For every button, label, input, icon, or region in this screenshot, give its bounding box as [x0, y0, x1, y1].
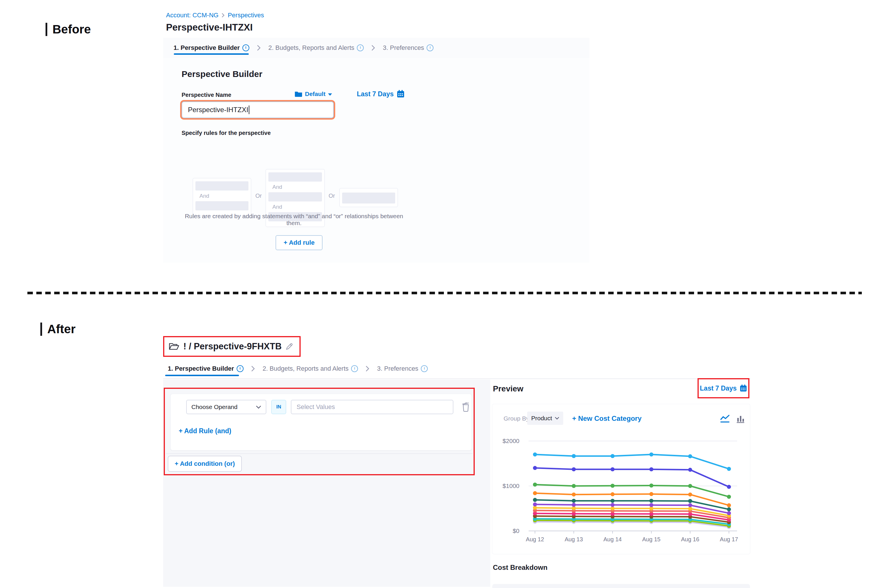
before-date-range-picker[interactable]: Last 7 Days	[357, 90, 405, 98]
after-label-text: After	[47, 322, 75, 336]
after-perspective-title[interactable]: ! / Perspective-9FHXTB	[183, 341, 282, 352]
svg-text:Aug 14: Aug 14	[604, 536, 622, 543]
perspective-name-input[interactable]: Perspective-IHTZXI	[182, 102, 334, 118]
date-range-value: Last 7 Days	[700, 384, 737, 392]
before-after-divider	[27, 292, 862, 294]
line-chart-icon[interactable]	[720, 414, 730, 423]
wizard-tabbar: 1. Perspective Builder 2. Budgets, Repor…	[163, 38, 590, 58]
tab-preferences[interactable]: 3. Preferences	[377, 365, 428, 372]
tab-label: 2. Budgets, Reports and Alerts	[262, 365, 348, 372]
or-label: Or	[255, 192, 262, 199]
tab-perspective-builder[interactable]: 1. Perspective Builder	[174, 44, 249, 52]
after-title-annotation-box: ! / Perspective-9FHXTB	[163, 336, 301, 357]
chart-type-toggle	[720, 414, 745, 423]
add-rule-and-link[interactable]: + Add Rule (and)	[179, 427, 231, 435]
preview-heading: Preview	[493, 384, 524, 393]
group-by-label: Group By	[504, 415, 529, 422]
group-by-value: Product	[531, 415, 552, 422]
tab-budgets-reports-alerts[interactable]: 2. Budgets, Reports and Alerts	[268, 44, 364, 52]
svg-text:Aug 17: Aug 17	[720, 536, 738, 543]
svg-text:Aug 16: Aug 16	[681, 536, 699, 543]
after-wizard-tabbar: 1. Perspective Builder 2. Budgets, Repor…	[163, 359, 751, 379]
new-cost-category-link[interactable]: + New Cost Category	[572, 414, 642, 423]
before-section-label: Before	[45, 22, 91, 36]
delete-rule-trash-icon[interactable]	[461, 402, 470, 412]
breadcrumb-account-link[interactable]: Account: CCM-NG	[166, 12, 219, 19]
calendar-icon	[397, 90, 405, 98]
svg-text:$0: $0	[513, 528, 519, 534]
info-icon[interactable]	[242, 44, 249, 51]
tab-label: 2. Budgets, Reports and Alerts	[268, 44, 354, 52]
builder-heading: Perspective Builder	[182, 69, 262, 79]
calendar-icon	[740, 384, 747, 392]
after-date-range-picker[interactable]: Last 7 Days	[700, 384, 747, 392]
chevron-right-icon	[251, 366, 255, 372]
placeholder-bar	[268, 172, 322, 182]
active-tab-underline	[165, 375, 239, 376]
info-icon[interactable]	[421, 365, 428, 372]
after-section-label: After	[40, 322, 75, 336]
chevron-right-icon	[371, 45, 375, 51]
date-range-value: Last 7 Days	[357, 90, 394, 98]
caret-down-icon	[328, 93, 332, 96]
active-tab-underline	[174, 53, 249, 55]
chevron-down-icon	[256, 405, 261, 409]
breadcrumb-perspectives-link[interactable]: Perspectives	[228, 12, 264, 19]
rules-heading: Specify rules for the perspective	[182, 130, 271, 136]
tab-label: 3. Preferences	[383, 44, 424, 52]
placeholder-bar	[268, 192, 322, 201]
chevron-right-icon	[366, 366, 369, 372]
rules-divider	[166, 453, 473, 454]
tab-label: 3. Preferences	[377, 365, 418, 372]
svg-text:Aug 12: Aug 12	[526, 536, 544, 543]
tab-perspective-builder[interactable]: 1. Perspective Builder	[168, 365, 243, 372]
placeholder-bar	[195, 181, 249, 190]
info-icon[interactable]	[427, 44, 434, 51]
info-icon[interactable]	[237, 365, 243, 372]
placeholder-bar	[195, 201, 249, 210]
placeholder-bar	[342, 192, 395, 204]
folder-selector[interactable]: Default	[295, 90, 332, 98]
text-caret	[249, 105, 249, 114]
and-label: And	[195, 191, 249, 201]
and-label: And	[268, 182, 322, 192]
date-range-annotation-box: Last 7 Days	[698, 378, 749, 398]
add-condition-or-button[interactable]: + Add condition (or)	[168, 456, 242, 472]
tab-label: 1. Perspective Builder	[174, 44, 240, 52]
select-values-input[interactable]	[291, 400, 453, 414]
before-label-text: Before	[52, 22, 91, 36]
info-icon[interactable]	[351, 365, 358, 372]
label-bar	[40, 322, 42, 336]
operator-chip[interactable]: IN	[271, 400, 286, 414]
tab-budgets-reports-alerts[interactable]: 2. Budgets, Reports and Alerts	[262, 365, 358, 372]
rules-placeholder-card: And	[192, 178, 251, 216]
edit-pencil-icon[interactable]	[286, 343, 293, 350]
info-icon[interactable]	[357, 44, 364, 51]
operand-select-value: Choose Operand	[191, 404, 237, 411]
bar-chart-icon[interactable]	[736, 414, 745, 423]
rules-placeholder-card	[339, 188, 398, 207]
breadcrumb: Account: CCM-NG Perspectives	[166, 12, 264, 19]
or-label: Or	[328, 192, 335, 199]
folder-open-icon	[169, 342, 179, 351]
preview-line-chart: $0$1000$2000Aug 12Aug 13Aug 14Aug 15Aug …	[499, 432, 747, 548]
group-by-select[interactable]: Product	[527, 412, 563, 425]
breadcrumb-separator-icon	[221, 13, 225, 18]
perspective-name-input-value: Perspective-IHTZXI	[188, 106, 248, 114]
svg-text:$2000: $2000	[502, 438, 519, 444]
perspective-name-label: Perspective Name	[182, 92, 231, 98]
svg-text:$1000: $1000	[502, 483, 519, 489]
svg-text:Aug 13: Aug 13	[565, 536, 583, 543]
chevron-down-icon	[555, 417, 559, 420]
chevron-right-icon	[257, 45, 261, 51]
and-label: And	[268, 202, 322, 212]
rules-hint-text: Rules are created by adding statements w…	[179, 213, 409, 226]
operand-select[interactable]: Choose Operand	[186, 400, 266, 414]
cost-breakdown-card-top	[492, 584, 750, 588]
cost-breakdown-heading: Cost Breakdown	[493, 564, 548, 572]
tab-label: 1. Perspective Builder	[168, 365, 234, 372]
page-title: Perspective-IHTZXI	[166, 22, 253, 33]
label-bar	[45, 23, 47, 36]
add-rule-button[interactable]: + Add rule	[276, 235, 322, 250]
tab-preferences[interactable]: 3. Preferences	[383, 44, 434, 52]
